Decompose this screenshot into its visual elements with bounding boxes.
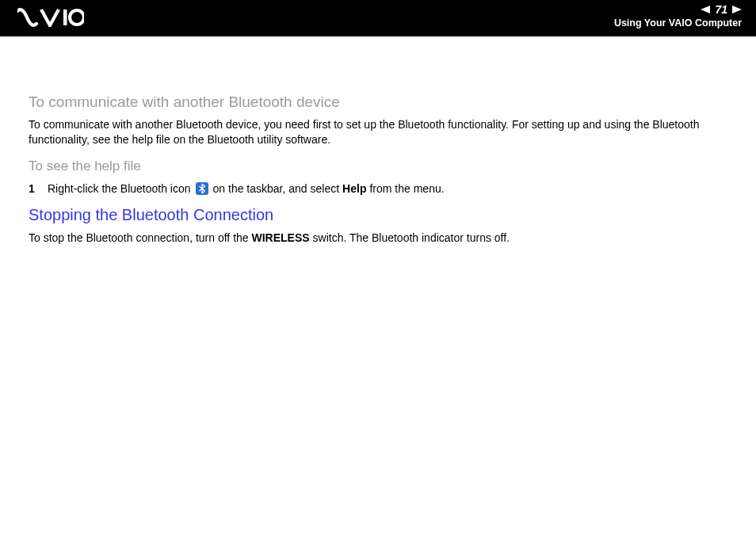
step1-part-a: Right-click the Bluetooth icon xyxy=(48,182,191,195)
para-communicate: To communicate with another Bluetooth de… xyxy=(29,117,732,147)
vaio-logo xyxy=(17,8,84,30)
para2-wireless-bold: WIRELESS xyxy=(252,231,310,244)
svg-point-1 xyxy=(70,10,84,25)
heading-stopping: Stopping the Bluetooth Connection xyxy=(29,206,732,224)
page-number: 71 xyxy=(715,3,727,16)
step-number: 1 xyxy=(29,182,48,195)
prev-page-arrow-icon[interactable] xyxy=(701,6,710,13)
heading-communicate: To communicate with another Bluetooth de… xyxy=(29,93,732,111)
page-nav: 71 Using Your VAIO Computer xyxy=(614,3,742,29)
step-1: 1 Right-click the Bluetooth icon on the … xyxy=(29,182,732,195)
heading-help-file: To see the help file xyxy=(29,158,732,174)
svg-marker-2 xyxy=(701,6,710,13)
bluetooth-icon xyxy=(196,182,208,195)
step1-help-bold: Help xyxy=(342,182,366,195)
para-stopping: To stop the Bluetooth connection, turn o… xyxy=(29,231,732,246)
page-header: 71 Using Your VAIO Computer xyxy=(0,0,756,36)
next-page-arrow-icon[interactable] xyxy=(732,6,742,13)
step1-part-c: from the menu. xyxy=(369,182,444,195)
svg-marker-3 xyxy=(732,6,742,13)
breadcrumb: Using Your VAIO Computer xyxy=(614,17,742,29)
para2-b: switch. The Bluetooth indicator turns of… xyxy=(313,231,510,244)
step-text: Right-click the Bluetooth icon on the ta… xyxy=(48,182,445,195)
step1-part-b: on the taskbar, and select xyxy=(213,182,340,195)
page-content: To communicate with another Bluetooth de… xyxy=(0,36,756,246)
svg-rect-0 xyxy=(63,10,67,25)
para2-a: To stop the Bluetooth connection, turn o… xyxy=(29,231,249,244)
